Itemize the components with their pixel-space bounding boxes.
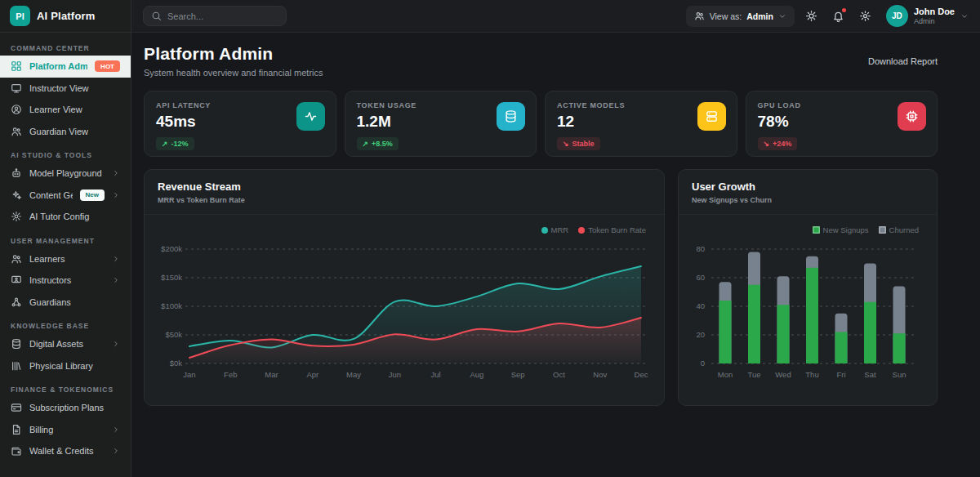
sidebar-item-subscription-plans[interactable]: Subscription Plans	[0, 397, 131, 419]
sidebar-item-platform-admin[interactable]: Platform AdminHOT	[0, 56, 131, 78]
svg-text:$0k: $0k	[170, 359, 183, 368]
database-icon	[504, 109, 518, 123]
legend-item-new-signups[interactable]: New Signups	[813, 225, 869, 234]
svg-text:Mon: Mon	[718, 370, 733, 379]
main: View as: Admin JD John Doe Admin Platfor…	[131, 0, 980, 477]
sidebar-item-model-playground[interactable]: Model Playground	[0, 163, 131, 185]
page-subtitle: System health overview and financial met…	[144, 68, 323, 78]
sidebar-item-guardian-view[interactable]: Guardian View	[0, 121, 131, 143]
legend-label: Churned	[889, 225, 919, 234]
nav-section-label: AI STUDIO & TOOLS	[11, 151, 120, 159]
sidebar-item-content-gener[interactable]: Content Gener...New	[0, 185, 131, 207]
chevron-down-icon	[778, 12, 786, 20]
content: Platform Admin System health overview an…	[131, 33, 980, 477]
nav-section-label: FINANCE & TOKENOMICS	[11, 386, 120, 394]
view-as-dropdown[interactable]: View as: Admin	[686, 6, 795, 27]
svg-text:Jul: Jul	[431, 370, 441, 379]
legend-label: New Signups	[823, 225, 869, 234]
sidebar-item-learner-view[interactable]: Learner View	[0, 99, 131, 121]
search-icon	[151, 11, 162, 21]
sidebar-item-label: Guardians	[29, 297, 120, 307]
growth-chart: 020406080MonTueWedThuFriSatSun	[679, 215, 937, 406]
users-icon	[11, 126, 22, 137]
stat-card-gpu-load: GPU LOAD78%↘+24%	[746, 91, 938, 157]
legend-swatch	[541, 227, 548, 234]
sidebar-item-label: Subscription Plans	[29, 403, 120, 412]
sidebar-item-label: Guardian View	[29, 127, 120, 136]
network-icon	[11, 296, 22, 308]
trend-text: +24%	[773, 140, 791, 148]
revenue-legend: MRRToken Burn Rate	[541, 225, 646, 234]
chart-header: Revenue Stream MRR vs Token Burn Rate	[145, 170, 664, 215]
sidebar: Pl AI Platform COMMAND CENTERPlatform Ad…	[0, 0, 131, 477]
user-role: Admin	[914, 17, 955, 25]
sparkles-icon	[11, 189, 22, 201]
sidebar-item-instructor-view[interactable]: Instructor View	[0, 78, 131, 100]
svg-text:May: May	[346, 370, 361, 379]
legend-item-churned[interactable]: Churned	[879, 225, 919, 234]
gear-icon	[11, 211, 22, 222]
sidebar-item-label: Learners	[29, 254, 105, 264]
app-name: AI Platform	[37, 10, 96, 22]
svg-text:40: 40	[696, 301, 705, 310]
legend-item-token-burn-rate[interactable]: Token Burn Rate	[578, 225, 646, 234]
chevron-right-icon	[112, 255, 120, 263]
stat-card-token-usage: TOKEN USAGE1.2M↗+8.5%	[345, 91, 537, 157]
chart-title: Revenue Stream	[158, 181, 651, 193]
settings-button[interactable]	[856, 7, 875, 26]
hot-badge: HOT	[95, 60, 120, 72]
legend-swatch	[879, 226, 886, 234]
sidebar-item-physical-library[interactable]: Physical Library	[0, 355, 131, 377]
legend-swatch	[578, 227, 585, 234]
notifications-button[interactable]	[829, 7, 849, 26]
cpu-icon	[898, 102, 926, 131]
search-input[interactable]	[167, 11, 278, 21]
sidebar-item-label: Physical Library	[29, 361, 120, 371]
svg-text:Oct: Oct	[553, 370, 565, 379]
sidebar-item-label: AI Tutor Config	[29, 212, 120, 221]
credit-card-icon	[11, 402, 22, 413]
sidebar-item-digital-assets[interactable]: Digital Assets	[0, 333, 131, 355]
chart-body: New SignupsChurned 020406080MonTueWedThu…	[679, 215, 937, 406]
sidebar-item-guardians[interactable]: Guardians	[0, 292, 131, 314]
view-as-value: Admin	[746, 11, 773, 21]
stat-card-active-models: ACTIVE MODELS12↘Stable	[545, 91, 737, 157]
page-title: Platform Admin	[144, 44, 323, 64]
sidebar-item-learners[interactable]: Learners	[0, 248, 131, 270]
download-report-button[interactable]: Download Report	[868, 56, 938, 66]
sidebar-item-ai-tutor-config[interactable]: AI Tutor Config	[0, 206, 131, 228]
cpu-icon	[905, 109, 919, 123]
chevron-right-icon	[112, 276, 120, 284]
sidebar-item-billing[interactable]: Billing	[0, 419, 131, 441]
activity-icon	[304, 109, 318, 123]
svg-text:Fri: Fri	[836, 370, 845, 379]
revenue-chart: $0k$50k$100k$150k$200kJanFebMarAprMayJun…	[145, 215, 664, 406]
sun-icon	[805, 10, 817, 22]
svg-text:Feb: Feb	[224, 370, 237, 379]
search-box[interactable]	[143, 6, 287, 26]
chart-header: User Growth New Signups vs Churn	[679, 170, 937, 215]
sidebar-item-instructors[interactable]: Instructors	[0, 270, 131, 292]
sidebar-item-label: Instructors	[29, 275, 105, 285]
user-menu[interactable]: JD John Doe Admin	[886, 5, 969, 27]
legend-item-mrr[interactable]: MRR	[541, 225, 569, 234]
growth-legend: New SignupsChurned	[813, 225, 919, 234]
avatar: JD	[886, 5, 908, 27]
sidebar-item-label: Content Gener...	[29, 190, 73, 200]
trend-text: Stable	[572, 140, 595, 148]
sidebar-item-label: Model Playground	[29, 168, 105, 178]
chevron-right-icon	[112, 340, 120, 348]
charts-row: Revenue Stream MRR vs Token Burn Rate MR…	[144, 169, 938, 406]
svg-text:Sun: Sun	[893, 370, 906, 379]
revenue-stream-card: Revenue Stream MRR vs Token Burn Rate MR…	[144, 169, 665, 406]
server-icon	[705, 109, 719, 123]
svg-text:Sep: Sep	[511, 370, 525, 379]
sidebar-nav: COMMAND CENTERPlatform AdminHOTInstructo…	[0, 33, 131, 477]
user-name: John Doe	[914, 7, 955, 17]
sidebar-item-wallet-credits[interactable]: Wallet & Credits	[0, 440, 131, 462]
svg-text:Nov: Nov	[593, 370, 607, 379]
file-text-icon	[11, 424, 22, 435]
stat-trend-badge: ↗+8.5%	[357, 137, 399, 150]
stat-card-api-latency: API LATENCY45ms↗-12%	[144, 91, 336, 157]
theme-toggle-button[interactable]	[802, 7, 822, 26]
